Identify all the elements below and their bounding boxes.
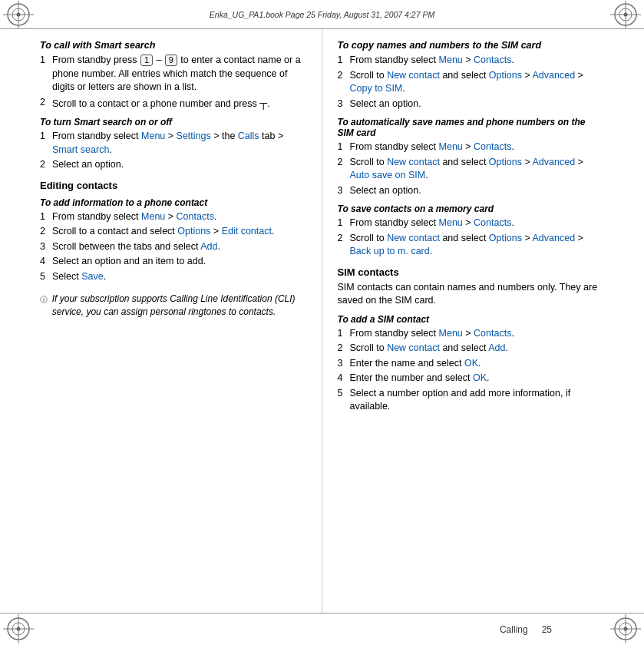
note-text: If your subscription supports Calling Li…	[52, 293, 307, 319]
contacts-link: Contacts	[474, 328, 511, 339]
sim-contacts-body: SIM contacts can contain names and numbe…	[338, 281, 605, 308]
heading-sim-contacts: SIM contacts	[338, 266, 605, 278]
svg-rect-12	[43, 299, 44, 302]
advanced-link: Advanced	[533, 70, 576, 81]
options-link: Options	[489, 70, 522, 81]
menu-link: Menu	[439, 141, 463, 152]
add-sim-contact-steps: 1 From standby select Menu > Contacts. 2…	[338, 327, 605, 414]
menu-link: Menu	[439, 55, 463, 65]
list-item: 1 From standby select Menu > Settings > …	[40, 130, 307, 157]
corner-br-decoration	[610, 614, 641, 643]
list-item: 2 Scroll to New contact and select Optio…	[338, 232, 605, 259]
settings-link: Settings	[177, 131, 211, 141]
section-title-save-memory: To save contacts on a memory card	[338, 203, 605, 214]
calls-link: Calls	[238, 131, 259, 141]
section-title-smart-search-onoff: To turn Smart search on or off	[40, 117, 307, 127]
section-title-copy-sim: To copy names and numbers to the SIM car…	[338, 40, 605, 51]
auto-save-on-sim-link: Auto save on SIM	[350, 170, 426, 180]
list-item: 1 From standby select Menu > Contacts.	[338, 217, 605, 230]
left-column: To call with Smart search 1 From standby…	[37, 29, 322, 613]
content-area: To call with Smart search 1 From standby…	[37, 29, 607, 613]
add-link: Add	[488, 342, 505, 353]
save-memory-steps: 1 From standby select Menu > Contacts. 2…	[338, 217, 605, 259]
options-link: Options	[177, 226, 210, 237]
list-item: 3 Select an option.	[338, 98, 605, 111]
key-1: 1	[140, 55, 153, 66]
list-item: 4 Enter the number and select OK.	[338, 372, 605, 385]
corner-bl-decoration	[3, 614, 34, 643]
advanced-link: Advanced	[533, 233, 576, 243]
contacts-link: Contacts	[474, 55, 511, 65]
back-up-link: Back up to m. card	[350, 246, 430, 256]
add-info-steps: 1 From standby select Menu > Contacts. 2…	[40, 210, 307, 284]
svg-point-11	[43, 298, 44, 299]
options-link: Options	[489, 233, 522, 243]
ok-link2: OK	[473, 372, 487, 383]
list-item: 3 Select an option.	[338, 184, 605, 198]
list-item: 3 Enter the name and select OK.	[338, 357, 605, 371]
note-icon	[40, 293, 48, 306]
new-contact-link: New contact	[387, 233, 440, 243]
new-contact-link: New contact	[387, 157, 440, 167]
list-item: 2 Scroll to New contact and select Optio…	[338, 156, 605, 183]
key-9: 9	[165, 55, 177, 66]
list-item: 5 Select a number option and add more in…	[338, 387, 605, 414]
list-item: 1 From standby select Menu > Contacts.	[338, 54, 605, 68]
section-title-add-sim-contact: To add a SIM contact	[338, 314, 605, 325]
menu-link: Menu	[141, 131, 165, 141]
smart-search-link: Smart search	[52, 144, 109, 155]
save-link: Save	[81, 271, 104, 282]
list-item: 1 From standby press 1 – 9 to enter a co…	[40, 54, 307, 94]
list-item: 2 Scroll to New contact and select Optio…	[338, 69, 605, 96]
menu-link: Menu	[439, 328, 463, 339]
footer-label: Calling	[500, 624, 528, 635]
auto-save-steps: 1 From standby select Menu > Contacts. 2…	[338, 141, 605, 197]
list-item: 1 From standby select Menu > Contacts.	[40, 210, 307, 224]
ok-link: OK	[464, 358, 478, 369]
smart-search-onoff-steps: 1 From standby select Menu > Settings > …	[40, 130, 307, 172]
new-contact-link: New contact	[387, 342, 440, 353]
list-item: 3 Scroll between the tabs and select Add…	[40, 240, 307, 254]
note-box: If your subscription supports Calling Li…	[40, 293, 307, 319]
list-item: 4 Select an option and an item to add.	[40, 255, 307, 269]
list-item: 1 From standby select Menu > Contacts.	[338, 327, 605, 341]
edit-contact-link: Edit contact	[222, 226, 272, 237]
list-item: 2 Scroll to New contact and select Add.	[338, 342, 605, 356]
copy-sim-steps: 1 From standby select Menu > Contacts. 2…	[338, 54, 605, 111]
options-link: Options	[489, 157, 522, 167]
footer-bar: Calling 25	[0, 613, 644, 645]
list-item: 2 Scroll to a contact or a phone number …	[40, 96, 307, 111]
page-number: 25	[542, 624, 552, 635]
header-text: Erika_UG_PA1.book Page 25 Friday, August…	[9, 10, 635, 19]
contacts-link: Contacts	[474, 141, 511, 152]
page-container: Erika_UG_PA1.book Page 25 Friday, August…	[0, 0, 644, 645]
list-item: 2 Select an option.	[40, 158, 307, 172]
contacts-link: Contacts	[474, 217, 511, 228]
section-title-smart-search: To call with Smart search	[40, 40, 307, 51]
menu-link: Menu	[439, 217, 463, 228]
heading-editing-contacts: Editing contacts	[40, 180, 307, 191]
section-title-add-info: To add information to a phone contact	[40, 197, 307, 208]
corner-tl-decoration	[3, 1, 34, 28]
list-item: 1 From standby select Menu > Contacts.	[338, 141, 605, 154]
list-item: 5 Select Save.	[40, 270, 307, 284]
advanced-link: Advanced	[533, 157, 576, 167]
corner-tr-decoration	[610, 1, 641, 28]
list-item: 2 Scroll to a contact and select Options…	[40, 225, 307, 239]
smart-search-steps: 1 From standby press 1 – 9 to enter a co…	[40, 54, 307, 111]
menu-link: Menu	[141, 211, 165, 222]
section-title-auto-save: To automatically save names and phone nu…	[338, 117, 605, 138]
header-bar: Erika_UG_PA1.book Page 25 Friday, August…	[0, 0, 644, 29]
right-column: To copy names and numbers to the SIM car…	[322, 29, 608, 613]
contacts-link: Contacts	[177, 211, 214, 222]
new-contact-link: New contact	[387, 70, 440, 81]
copy-to-sim-link: Copy to SIM	[350, 83, 403, 94]
add-link: Add	[200, 241, 217, 252]
